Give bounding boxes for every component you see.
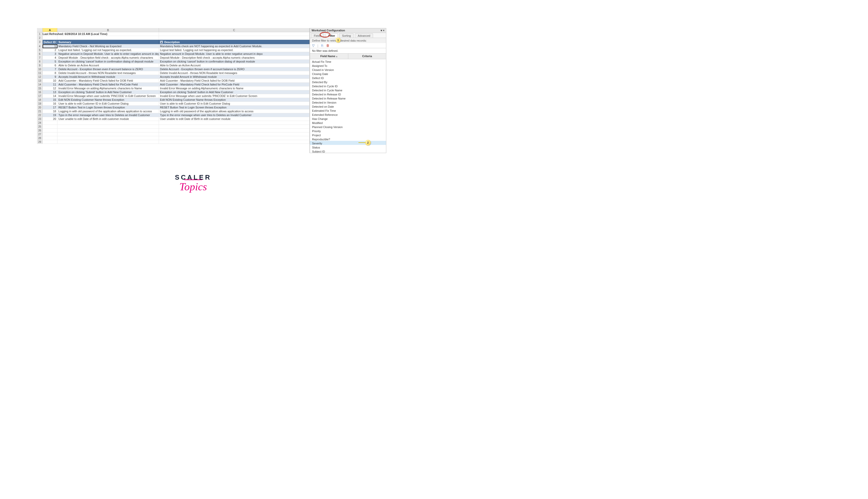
cell[interactable]: Add Cusomter - Mandatory Field Check fai… [159,79,309,82]
cell[interactable]: Delete Invalid Account - throws NON Read… [58,71,159,75]
cell[interactable] [42,121,58,124]
field-list-item[interactable]: Detected in Release Name [310,96,386,100]
tab-sorting[interactable]: Sorting [339,34,354,38]
cell[interactable]: Last Refreshed: 6/28/2014 10:15 AM (Loca… [42,32,58,36]
field-list-item[interactable]: Detected in Cycle Name [310,88,386,92]
cell[interactable]: 9 [42,75,58,78]
cell[interactable] [42,132,58,136]
filter-icon[interactable]: ▽ [312,44,315,47]
cell[interactable]: 3 [42,52,58,56]
cell[interactable] [42,140,58,144]
fields-col-criteria[interactable]: Criteria [348,53,386,59]
field-list-item[interactable]: Status [310,145,386,149]
field-list-item[interactable]: Severity [310,141,386,145]
cell[interactable]: 18 [42,109,58,113]
row-number[interactable]: 9 [37,63,42,67]
cell[interactable] [58,140,159,144]
field-list-item[interactable]: Priority [310,129,386,133]
row-number[interactable]: 22 [37,113,42,117]
cell[interactable] [58,136,159,140]
cell[interactable]: 19 [42,113,58,117]
row-number[interactable]: 28 [37,136,42,140]
cell[interactable]: 10 [42,79,58,82]
column-header-C[interactable]: C [159,28,309,32]
header-cell-description[interactable]: ▾ Description [159,40,309,44]
field-list-item[interactable]: Detected in Cycle ID [310,84,386,88]
cell[interactable] [58,125,159,128]
cell[interactable]: Logout test failed. 'Logging out not hap… [58,48,159,52]
cell[interactable]: Deposit Module - Description field check… [159,56,309,59]
cell[interactable]: 5 [42,60,58,63]
cell[interactable]: Delete Account - Exception thrown even i… [58,68,159,71]
field-list-item[interactable]: Defect ID [310,75,386,80]
row-number[interactable]: 14 [37,83,42,86]
row-number[interactable]: 6 [37,52,42,56]
cell[interactable]: Negative amount in Deposit Module. User … [159,52,309,56]
field-list-item[interactable]: Estimated Fix Time [310,108,386,112]
cell[interactable] [42,125,58,128]
header-cell-summary[interactable]: Summary [58,40,159,44]
cell[interactable] [58,129,159,132]
cell[interactable] [159,32,309,36]
cell[interactable]: 1 [42,45,58,48]
row-number[interactable]: 19 [37,102,42,105]
cell[interactable]: RESET Button Test in Login Screen throws… [58,106,159,109]
row-number[interactable]: 1 [37,32,42,36]
field-list-item[interactable]: Project [310,133,386,137]
cell[interactable]: Exception on clicking 'cancel' button in… [58,60,159,63]
cell[interactable]: Edit NON Existing Customer Name throws E… [159,98,309,101]
cell[interactable]: Mandatory fields check are NOT happening… [159,45,309,48]
cell[interactable]: 20 [42,117,58,121]
field-list-item[interactable]: Actual Fix Time [310,59,386,63]
tab-advanced[interactable]: Advanced [355,34,373,38]
row-number[interactable]: 10 [37,68,42,71]
cell[interactable]: Accepts Invalid Amount in Withdrawal mod… [58,75,159,78]
cell[interactable]: Edit NON Existing Customer Name throws E… [58,98,159,101]
cell[interactable]: Delete Account - Exception thrown even i… [159,68,309,71]
cell[interactable]: 17 [42,106,58,109]
row-number[interactable]: 27 [37,132,42,136]
cell[interactable]: Invalid Error Message when user submits … [58,94,159,98]
cell[interactable] [159,136,309,140]
field-list-item[interactable]: Extended Reference [310,112,386,116]
cell[interactable]: 14 [42,94,58,98]
row-number[interactable]: 15 [37,86,42,90]
cell[interactable]: Exception on clicking 'Submit' button in… [58,90,159,94]
copy-icon[interactable]: ⎘ [321,44,323,47]
row-number[interactable]: 17 [37,94,42,98]
row-number[interactable]: 2 [37,36,42,39]
cell[interactable]: 2 [42,48,58,52]
row-number[interactable]: 4 [37,45,42,48]
cell[interactable]: Negative amount in Deposit Module. User … [58,52,159,56]
cell[interactable] [159,129,309,132]
delete-icon[interactable]: 🗑 [326,44,329,47]
field-list-item[interactable]: Assigned To [310,63,386,68]
cell[interactable]: Exception on clicking 'cancel' button in… [159,60,309,63]
cell[interactable] [42,136,58,140]
select-all-corner[interactable] [37,28,42,32]
cell[interactable]: 13 [42,90,58,94]
panel-close-icon[interactable]: × [383,29,384,32]
cell[interactable]: 15 [42,98,58,101]
field-list-item[interactable]: Detected on Date [310,104,386,108]
row-number[interactable]: 11 [37,71,42,75]
field-list-item[interactable]: Closed in Version [310,68,386,71]
cell[interactable]: RESET Button Test in Login Screen throws… [159,106,309,109]
row-number[interactable]: 5 [37,48,42,52]
cell[interactable]: Able to Delete an Active Account [58,63,159,67]
cell[interactable]: Add Cusomter - Mandatory Field Check fai… [159,83,309,86]
row-number[interactable]: 29 [37,140,42,144]
cell[interactable] [42,36,58,39]
field-list-item[interactable]: Has Change [310,116,386,120]
field-list-item[interactable]: Reproducible? [310,137,386,141]
cell[interactable]: Invalid Error Message on adding Alphanum… [58,86,159,90]
cell[interactable] [159,140,309,144]
cell[interactable]: Deposit Module - Description field check… [58,56,159,59]
cell[interactable]: 16 [42,102,58,105]
cell[interactable]: Logging in with old password of the appl… [159,109,309,113]
cell[interactable]: 6 [42,63,58,67]
field-list-item[interactable]: Modified [310,120,386,124]
row-number[interactable]: 13 [37,79,42,82]
row-number[interactable]: 23 [37,117,42,121]
sort-icon[interactable]: ▴ [336,54,338,58]
